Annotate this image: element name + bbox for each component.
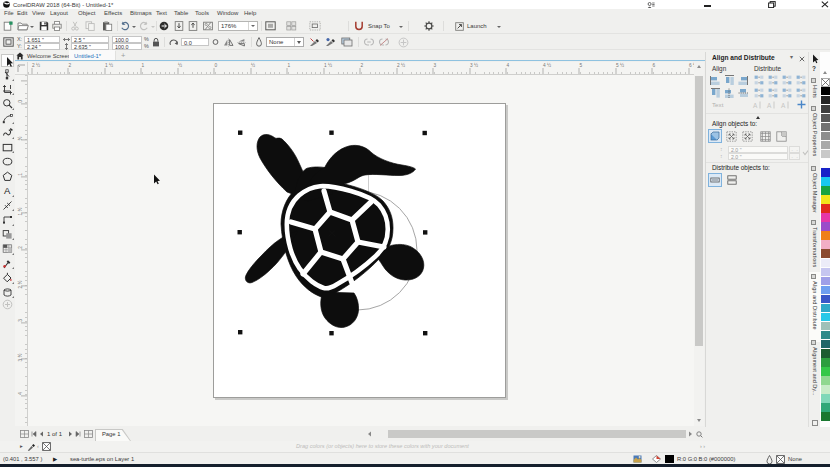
svg-text:A: A <box>781 102 786 109</box>
svg-text:A: A <box>753 102 758 109</box>
svg-text:A: A <box>767 102 772 109</box>
svg-text:A: A <box>4 185 11 196</box>
